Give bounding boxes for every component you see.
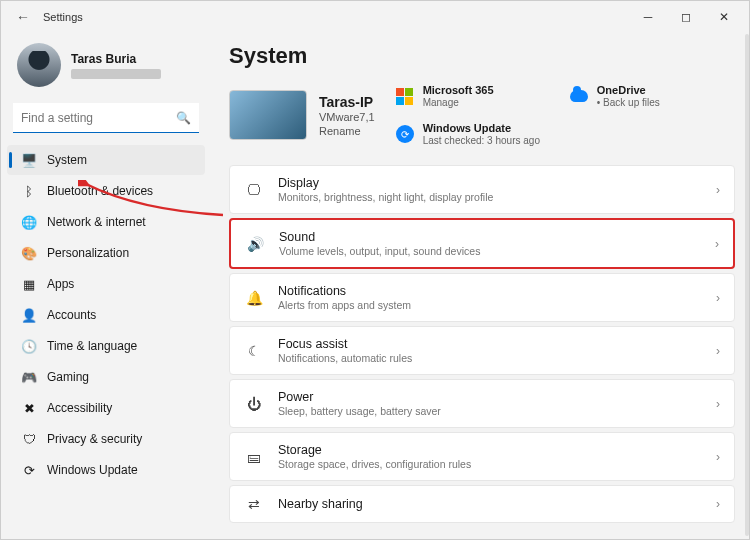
sidebar-item-privacy-icon: 🛡 (21, 432, 37, 447)
system-top-row: Taras-IP VMware7,1 Rename (229, 79, 735, 151)
sidebar-item-bluetooth-icon: ᛒ (21, 184, 37, 199)
sidebar-item-accounts-icon: 👤 (21, 308, 37, 323)
minimize-button[interactable]: ─ (629, 3, 667, 31)
windows-update-icon: ⟳ (395, 124, 415, 144)
setting-notifications[interactable]: 🔔NotificationsAlerts from apps and syste… (229, 273, 735, 322)
sidebar-item-label: Time & language (47, 339, 137, 353)
setting-power-icon: ⏻ (244, 396, 264, 412)
pc-rename-link[interactable]: Rename (319, 125, 375, 137)
sidebar-item-system-icon: 🖥️ (21, 153, 37, 168)
chevron-right-icon: › (716, 397, 720, 411)
onedrive-icon (569, 86, 589, 106)
setting-storage-icon: 🖴 (244, 449, 264, 465)
chevron-right-icon: › (716, 497, 720, 511)
setting-focus-assist-icon: ☾ (244, 343, 264, 359)
setting-notifications-icon: 🔔 (244, 290, 264, 306)
sidebar-item-label: Windows Update (47, 463, 138, 477)
setting-subtitle: Notifications, automatic rules (278, 352, 702, 364)
sidebar-item-time-language-icon: 🕓 (21, 339, 37, 354)
quick-onedrive[interactable]: OneDrive • Back up files (569, 79, 735, 113)
setting-nearby-sharing[interactable]: ⇄Nearby sharing› (229, 485, 735, 523)
page-title: System (229, 43, 735, 69)
setting-title: Sound (279, 230, 701, 244)
search-input[interactable] (21, 111, 176, 125)
microsoft365-icon (395, 86, 415, 106)
sidebar-item-apps-icon: ▦ (21, 277, 37, 292)
sidebar-item-time-language[interactable]: 🕓Time & language (7, 331, 205, 361)
sidebar-item-gaming[interactable]: 🎮Gaming (7, 362, 205, 392)
back-button[interactable]: ← (9, 3, 37, 31)
sidebar: Taras Buria 🔍 🖥️SystemᛒBluetooth & devic… (1, 33, 211, 539)
close-button[interactable]: ✕ (705, 3, 743, 31)
settings-list: 🖵DisplayMonitors, brightness, night ligh… (229, 165, 735, 523)
setting-title: Focus assist (278, 337, 702, 351)
avatar (17, 43, 61, 87)
sidebar-item-label: Privacy & security (47, 432, 142, 446)
setting-title: Power (278, 390, 702, 404)
setting-power[interactable]: ⏻PowerSleep, battery usage, battery save… (229, 379, 735, 428)
setting-subtitle: Storage space, drives, configuration rul… (278, 458, 702, 470)
setting-display[interactable]: 🖵DisplayMonitors, brightness, night ligh… (229, 165, 735, 214)
setting-title: Display (278, 176, 702, 190)
setting-nearby-sharing-icon: ⇄ (244, 496, 264, 512)
sidebar-item-label: Accessibility (47, 401, 112, 415)
sidebar-item-personalization-icon: 🎨 (21, 246, 37, 261)
sidebar-item-accessibility[interactable]: ✖Accessibility (7, 393, 205, 423)
sidebar-item-label: System (47, 153, 87, 167)
chevron-right-icon: › (716, 291, 720, 305)
setting-subtitle: Volume levels, output, input, sound devi… (279, 245, 701, 257)
chevron-right-icon: › (716, 344, 720, 358)
search-box[interactable]: 🔍 (13, 103, 199, 133)
sidebar-item-windows-update-icon: ⟳ (21, 463, 37, 478)
sidebar-item-personalization[interactable]: 🎨Personalization (7, 238, 205, 268)
pc-name: Taras-IP (319, 94, 375, 110)
quick-windows-update[interactable]: ⟳ Windows Update Last checked: 3 hours a… (395, 117, 735, 151)
chevron-right-icon: › (716, 183, 720, 197)
settings-window: ← Settings ─ ◻ ✕ Taras Buria 🔍 🖥️Systemᛒ… (0, 0, 750, 540)
maximize-button[interactable]: ◻ (667, 3, 705, 31)
profile-email-redacted (71, 69, 161, 79)
setting-subtitle: Monitors, brightness, night light, displ… (278, 191, 702, 203)
sidebar-item-system[interactable]: 🖥️System (7, 145, 205, 175)
titlebar: ← Settings ─ ◻ ✕ (1, 1, 749, 33)
setting-title: Nearby sharing (278, 497, 702, 511)
sidebar-item-accessibility-icon: ✖ (21, 401, 37, 416)
sidebar-item-network[interactable]: 🌐Network & internet (7, 207, 205, 237)
sidebar-item-label: Apps (47, 277, 74, 291)
sidebar-item-label: Network & internet (47, 215, 146, 229)
sidebar-item-apps[interactable]: ▦Apps (7, 269, 205, 299)
sidebar-item-label: Gaming (47, 370, 89, 384)
setting-focus-assist[interactable]: ☾Focus assistNotifications, automatic ru… (229, 326, 735, 375)
setting-display-icon: 🖵 (244, 182, 264, 198)
sidebar-item-windows-update[interactable]: ⟳Windows Update (7, 455, 205, 485)
profile-block[interactable]: Taras Buria (7, 37, 205, 101)
main-content: System Taras-IP VMware7,1 Rename (211, 33, 749, 539)
chevron-right-icon: › (715, 237, 719, 251)
app-title: Settings (43, 11, 83, 23)
setting-title: Notifications (278, 284, 702, 298)
setting-title: Storage (278, 443, 702, 457)
scrollbar[interactable] (745, 34, 749, 536)
quick-microsoft365[interactable]: Microsoft 365 Manage (395, 79, 561, 113)
sidebar-item-accounts[interactable]: 👤Accounts (7, 300, 205, 330)
sidebar-item-bluetooth[interactable]: ᛒBluetooth & devices (7, 176, 205, 206)
setting-sound[interactable]: 🔊SoundVolume levels, output, input, soun… (229, 218, 735, 269)
sidebar-nav: 🖥️SystemᛒBluetooth & devices🌐Network & i… (7, 145, 205, 485)
quick-links: Microsoft 365 Manage OneDrive • Back up … (395, 79, 735, 151)
sidebar-item-privacy[interactable]: 🛡Privacy & security (7, 424, 205, 454)
setting-storage[interactable]: 🖴StorageStorage space, drives, configura… (229, 432, 735, 481)
pc-thumbnail (229, 90, 307, 140)
setting-sound-icon: 🔊 (245, 236, 265, 252)
search-icon: 🔍 (176, 111, 191, 125)
sidebar-item-label: Bluetooth & devices (47, 184, 153, 198)
sidebar-item-network-icon: 🌐 (21, 215, 37, 230)
chevron-right-icon: › (716, 450, 720, 464)
setting-subtitle: Alerts from apps and system (278, 299, 702, 311)
setting-subtitle: Sleep, battery usage, battery saver (278, 405, 702, 417)
pc-model: VMware7,1 (319, 111, 375, 123)
pc-card[interactable]: Taras-IP VMware7,1 Rename (229, 79, 375, 151)
sidebar-item-label: Personalization (47, 246, 129, 260)
profile-name: Taras Buria (71, 52, 161, 66)
sidebar-item-gaming-icon: 🎮 (21, 370, 37, 385)
sidebar-item-label: Accounts (47, 308, 96, 322)
